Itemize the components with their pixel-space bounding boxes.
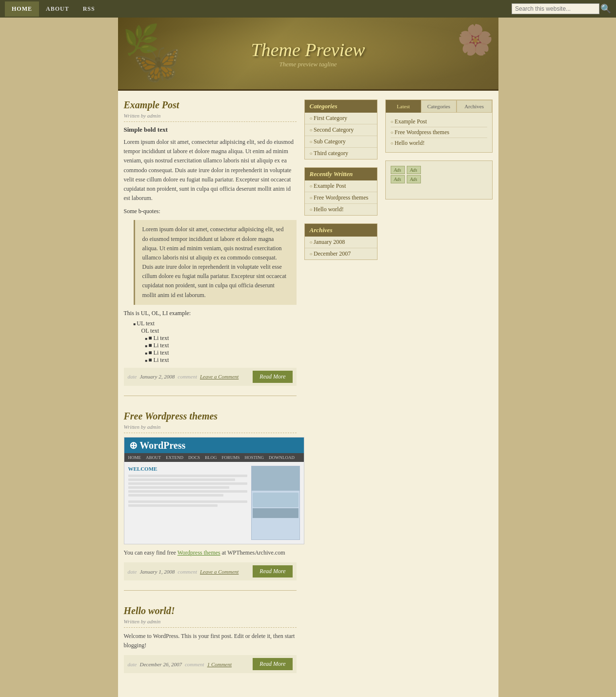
ad-box-3[interactable]: Ads (391, 175, 405, 183)
li-item-2: ■ Li text (145, 342, 297, 349)
wordpress-themes-link[interactable]: Wordpress themes (178, 549, 220, 556)
wp-nav-about: ABOUT (146, 455, 161, 460)
recent-item-3[interactable]: Hello world! (305, 204, 377, 215)
date-value-2: January 1, 2008 (139, 569, 175, 575)
post-image-2: ⊕ WordPress HOME ABOUT EXTEND DOCS BLOG … (124, 437, 304, 544)
category-item-4[interactable]: Third category (305, 148, 377, 159)
left-sidebar: Categories First Category Second Categor… (304, 100, 378, 697)
wp-text-line-7 (128, 500, 247, 503)
search-icon: 🔍 (600, 4, 611, 14)
latest-item-2[interactable]: Free Wordpress themes (391, 127, 487, 138)
wp-text-line-4 (128, 486, 229, 489)
archive-item-1[interactable]: January 2008 (305, 237, 377, 248)
ad-box-4[interactable]: Ads (407, 175, 421, 183)
ads-row-1: Ads Ads (391, 166, 487, 174)
banner-swirl: 🦋 (133, 41, 181, 87)
recent-list: Example Post Free Wordpress themes Hello… (305, 180, 377, 215)
tab-latest[interactable]: Latest (386, 100, 421, 113)
wp-welcome: WELCOME (128, 466, 247, 472)
tab-content-latest: Example Post Free Wordpress themes Hello… (386, 113, 492, 152)
read-more-btn-3[interactable]: Read More (253, 658, 292, 670)
ad-box-1[interactable]: Ads (391, 166, 405, 174)
wp-img-block-1 (252, 466, 299, 491)
date-label-2: date (128, 569, 137, 575)
recent-item-1[interactable]: Example Post (305, 180, 377, 192)
ol-item: OL text (141, 327, 297, 335)
list-intro-1: Some b-quotes: (124, 208, 297, 215)
wp-nav-hosting: HOSTING (245, 455, 264, 460)
category-item-2[interactable]: Second Category (305, 124, 377, 136)
wp-text-line-1 (128, 475, 247, 477)
post-example: Example Post Written by admin Simple bol… (124, 100, 297, 396)
post-meta-1: date January 2, 2008 comment Leave a Com… (124, 368, 297, 386)
date-value-1: January 2, 2008 (139, 374, 175, 379)
wp-img-block-3 (253, 508, 298, 518)
archives-list: January 2008 December 2007 (305, 237, 377, 259)
search-input[interactable] (512, 3, 599, 14)
ads-area: Ads Ads Ads Ads (385, 160, 493, 199)
main-content: Example Post Written by admin Simple bol… (124, 100, 297, 697)
post-bold-1: Simple bold text (124, 126, 297, 134)
post-body-2: You can easy find free Wordpress themes … (124, 548, 297, 558)
post-hello: Hello world! Written by admin Welcome to… (124, 605, 297, 683)
post-title-3: Hello world! (124, 605, 297, 617)
list-section: UL text OL text ■ Li text ■ Li text ■ Li… (134, 320, 297, 364)
blockquote-1: Lorem ipsum dolor sit amet, consectetur … (134, 220, 297, 305)
wp-text-line-2 (128, 478, 236, 481)
comment-link-3[interactable]: 1 Comment (207, 661, 232, 667)
li-item-4: ■ Li text (145, 357, 297, 364)
nav-home[interactable]: HOME (5, 1, 39, 17)
ad-box-2[interactable]: Ads (407, 166, 421, 174)
top-navigation: HOME ABOUT RSS 🔍 (0, 0, 616, 18)
ul-item: UL text (134, 320, 297, 327)
search-button[interactable]: 🔍 (600, 3, 611, 14)
date-value-3: December 26, 2007 (139, 661, 181, 667)
archive-item-2[interactable]: December 2007 (305, 248, 377, 259)
date-label-1: date (128, 374, 137, 379)
comment-link-1[interactable]: Leave a Comment (200, 374, 238, 379)
search-form: 🔍 (512, 3, 611, 14)
wp-logo: ⊕ WordPress (129, 439, 186, 451)
site-title: Theme Preview (251, 39, 365, 60)
post-meta-3: date December 26, 2007 comment 1 Comment… (124, 655, 297, 673)
tab-categories[interactable]: Categories (421, 100, 457, 113)
nav-about[interactable]: ABOUT (39, 1, 76, 17)
wp-nav-home: HOME (128, 455, 141, 460)
post-author-2: Written by admin (124, 424, 297, 433)
post-author-3: Written by admin (124, 618, 297, 628)
wp-nav-download: DOWNLOAD (269, 455, 295, 460)
latest-item-3[interactable]: Hello world! (391, 138, 487, 148)
recent-title: Recently Written (305, 168, 377, 180)
tabs-header: Latest Categories Archives (386, 100, 492, 113)
post-title-2: Free Wordpress themes (124, 411, 297, 422)
wp-text-line-8 (128, 504, 218, 507)
archives-widget: Archives January 2008 December 2007 (304, 223, 378, 260)
comment-label-2: comment (178, 569, 197, 575)
comment-link-2[interactable]: Leave a Comment (200, 569, 238, 575)
tab-archives[interactable]: Archives (457, 100, 492, 113)
comment-label-1: comment (178, 374, 197, 379)
wp-nav-forums: FORUMS (222, 455, 240, 460)
category-item-3[interactable]: Sub Category (305, 136, 377, 148)
archives-title: Archives (305, 224, 377, 237)
read-more-btn-1[interactable]: Read More (253, 371, 292, 383)
post-wordpress: Free Wordpress themes Written by admin ⊕… (124, 411, 297, 591)
recent-widget: Recently Written Example Post Free Wordp… (304, 167, 378, 216)
recent-item-2[interactable]: Free Wordpress themes (305, 192, 377, 204)
banner-decoration-right: 🌸 (457, 22, 494, 57)
nav-rss[interactable]: RSS (76, 1, 102, 17)
post-author-1: Written by admin (124, 113, 297, 122)
li-item-3: ■ Li text (145, 349, 297, 357)
latest-list: Example Post Free Wordpress themes Hello… (391, 117, 487, 148)
wp-text-line-6 (128, 494, 223, 497)
post-body-3: Welcome to WordPress. This is your first… (124, 632, 297, 650)
site-tagline: Theme preview tagline (279, 60, 337, 68)
comment-label-3: comment (185, 661, 204, 667)
categories-widget: Categories First Category Second Categor… (304, 100, 378, 159)
right-sidebar: Latest Categories Archives Example Post … (385, 100, 493, 697)
category-item-1[interactable]: First Category (305, 113, 377, 124)
wp-img-block-2 (253, 493, 298, 507)
li-item-1: ■ Li text (145, 335, 297, 342)
read-more-btn-2[interactable]: Read More (253, 565, 292, 578)
latest-item-1[interactable]: Example Post (391, 117, 487, 127)
